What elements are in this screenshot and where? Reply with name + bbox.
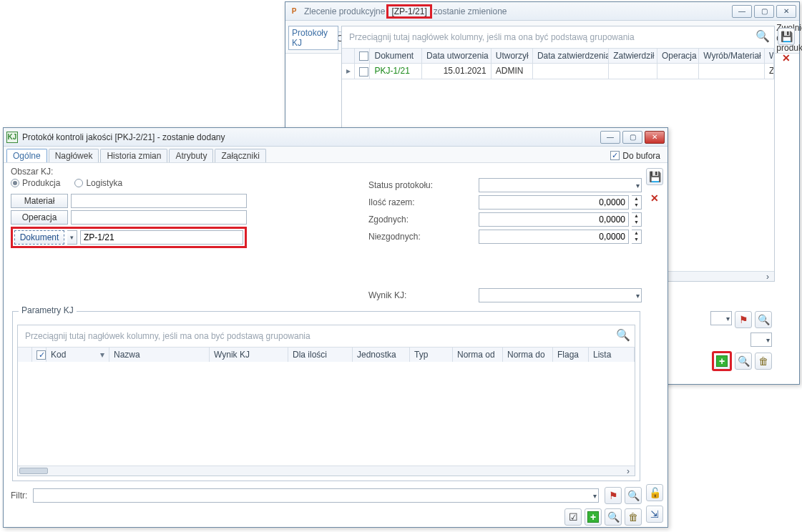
- close-button[interactable]: ✕: [645, 131, 665, 144]
- ilosc-input[interactable]: [479, 195, 629, 210]
- col-nazwa[interactable]: Nazwa: [109, 348, 210, 362]
- tab-naglowek[interactable]: Nagłówek: [49, 149, 99, 162]
- add-button[interactable]: +: [712, 351, 732, 371]
- params-hscroll[interactable]: ›: [18, 466, 635, 476]
- status-combo[interactable]: ▾: [479, 178, 642, 192]
- zgodnych-input[interactable]: [479, 212, 629, 227]
- params-search-icon[interactable]: [616, 328, 630, 342]
- radio-logistyka-label: Logistyka: [86, 178, 122, 188]
- search-button[interactable]: [735, 353, 752, 370]
- col-wyrob[interactable]: Wyrób/Materiał: [699, 49, 765, 63]
- col-norma-od[interactable]: Norma od: [453, 348, 503, 362]
- tab-atrybuty[interactable]: Atrybuty: [169, 149, 213, 162]
- tab-ogolne[interactable]: Ogólne: [6, 149, 47, 162]
- lock-button[interactable]: 🔓: [646, 484, 663, 501]
- radio-logistyka[interactable]: Logistyka: [74, 178, 122, 188]
- col-jednostka[interactable]: Jednostka: [353, 348, 410, 362]
- wynik-label: Wynik KJ:: [368, 290, 476, 300]
- minimize-button[interactable]: —: [732, 5, 752, 18]
- save-button[interactable]: 💾: [778, 28, 795, 45]
- obszar-label: Obszar KJ:: [11, 167, 642, 177]
- lock-icon: 🔓: [649, 487, 661, 498]
- delete-button[interactable]: 🗑: [755, 353, 772, 370]
- delete-param-button[interactable]: 🗑: [625, 508, 642, 526]
- col-utworzyl[interactable]: Utworzył: [492, 49, 533, 63]
- checklist-icon: ☑: [569, 511, 578, 523]
- col-operacja[interactable]: Operacja: [657, 49, 699, 63]
- cancel-button[interactable]: ✕: [646, 189, 663, 207]
- operacja-button[interactable]: Operacja: [11, 210, 68, 225]
- save-button[interactable]: 💾: [646, 168, 663, 185]
- col-rowhead: [342, 49, 355, 63]
- col-data-zatw[interactable]: Data zatwierdzenia: [533, 49, 609, 63]
- params-grouping-hint: Przeciągnij tutaj nagłówek kolumny, jeśl…: [18, 325, 635, 347]
- wynik-combo[interactable]: ▾: [479, 288, 642, 302]
- filtr-search-button[interactable]: [625, 487, 642, 504]
- do-bufora-label: Do bufora: [622, 151, 660, 161]
- trash-icon: 🗑: [758, 355, 768, 367]
- checklist-button[interactable]: ☑: [564, 508, 582, 526]
- col-wynik[interactable]: Wynik: [765, 49, 774, 63]
- col-wynik[interactable]: Wynik KJ: [210, 348, 288, 362]
- filtr-combo[interactable]: ▾: [33, 488, 599, 503]
- col-flaga[interactable]: Flaga: [553, 348, 589, 362]
- title-suffix: zostanie zmienione: [434, 6, 507, 16]
- tab-zalaczniki[interactable]: Załączniki: [215, 149, 265, 162]
- plus-icon: +: [587, 511, 599, 523]
- col-zatwierdzil[interactable]: Zatwierdził: [609, 49, 657, 63]
- col-check[interactable]: [355, 49, 371, 63]
- col-dokument[interactable]: Dokument: [370, 49, 422, 63]
- export-button[interactable]: ⇲: [646, 506, 663, 523]
- titlebar: KJ Protokół kontroli jakości [PKJ-2/21] …: [4, 128, 667, 147]
- col-data-utw[interactable]: Data utworzenia: [422, 49, 492, 63]
- edit-button[interactable]: ⚑: [735, 311, 752, 328]
- material-input[interactable]: [71, 194, 247, 208]
- operacja-input[interactable]: [71, 210, 247, 225]
- flag-icon: ⚑: [609, 490, 618, 501]
- radio-icon: [74, 179, 83, 187]
- minimize-button[interactable]: —: [600, 131, 620, 144]
- radio-produkcja[interactable]: Produkcja: [11, 178, 60, 188]
- radio-icon: [11, 179, 19, 187]
- col-check-all[interactable]: [36, 350, 46, 360]
- export-icon: ⇲: [650, 508, 659, 520]
- protokoly-kj-tab[interactable]: Protokoły KJ: [288, 26, 338, 50]
- floppy-icon: 💾: [649, 171, 661, 182]
- cancel-button[interactable]: ✕: [778, 49, 795, 66]
- flag-icon: ⚑: [739, 314, 748, 325]
- status-label: Status protokołu:: [368, 180, 476, 190]
- maximize-button[interactable]: ▢: [622, 131, 642, 144]
- combo-2[interactable]: ▾: [750, 332, 772, 347]
- title-highlight: [ZP-1/21]: [386, 4, 431, 19]
- search-icon: [607, 511, 620, 523]
- col-typ[interactable]: Typ: [410, 348, 453, 362]
- col-kod[interactable]: Kod ▾: [47, 348, 109, 362]
- do-bufora-checkbox[interactable]: [610, 151, 620, 160]
- material-button[interactable]: Materiał: [11, 194, 68, 208]
- close-icon: ✕: [650, 192, 659, 204]
- magnify-button[interactable]: [755, 311, 772, 328]
- dokument-input[interactable]: [80, 230, 243, 245]
- row-check[interactable]: [359, 67, 368, 77]
- niezgodnych-input[interactable]: [479, 230, 629, 244]
- maximize-button[interactable]: ▢: [754, 5, 774, 18]
- search-icon[interactable]: [755, 29, 770, 43]
- ilosc-label: Ilość razem:: [368, 197, 476, 207]
- search-param-button[interactable]: [605, 508, 622, 526]
- quality-protocol-window: KJ Protokół kontroli jakości [PKJ-2/21] …: [3, 127, 668, 528]
- cell-result: Zgodny: [765, 64, 774, 78]
- do-bufora-row[interactable]: Do bufora: [610, 151, 660, 161]
- col-norma-do[interactable]: Norma do: [503, 348, 553, 362]
- filtr-edit-button[interactable]: ⚑: [605, 487, 622, 504]
- col-dla-ilosci[interactable]: Dla ilości: [288, 348, 353, 362]
- combo-1[interactable]: ▾: [710, 311, 732, 325]
- dokument-button[interactable]: Dokument: [14, 230, 64, 245]
- dokument-dropdown[interactable]: ▾: [67, 230, 77, 245]
- tab-historia[interactable]: Historia zmian: [100, 149, 167, 162]
- left-column: Protokoły KJ: [288, 26, 338, 50]
- add-param-button[interactable]: +: [585, 508, 602, 526]
- filtr-label: Filtr:: [11, 491, 27, 501]
- grid-row[interactable]: ▸ PKJ-1/21 15.01.2021 ADMIN Zgodny: [342, 63, 774, 79]
- close-button[interactable]: ✕: [776, 5, 796, 18]
- col-lista[interactable]: Lista: [589, 348, 635, 362]
